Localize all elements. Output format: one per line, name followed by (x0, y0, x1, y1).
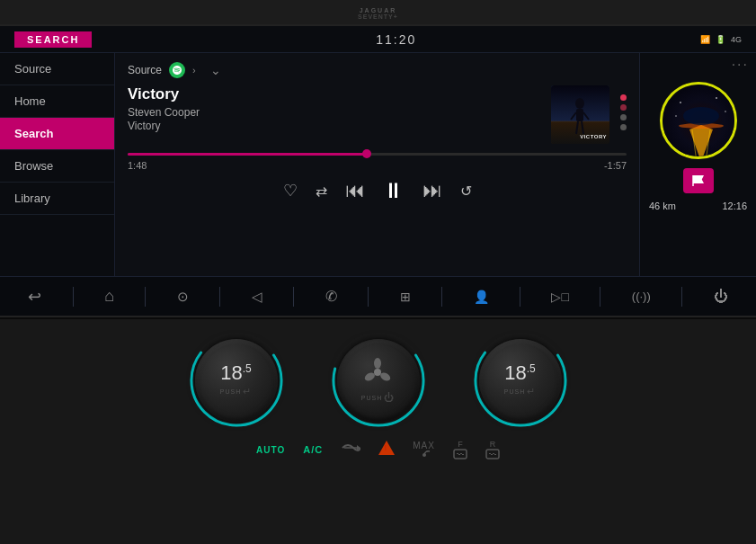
brand-sub: JAGUAR (0, 7, 756, 13)
progress-thumb (362, 149, 371, 158)
signal-dots (620, 94, 627, 130)
right-dial-inner: 18.5 PUSH ↵ (479, 339, 562, 422)
connect-button[interactable]: ⊙ (170, 285, 196, 308)
power-button[interactable]: ⏻ (707, 285, 735, 308)
next-button[interactable]: ⏭ (422, 179, 442, 202)
nav-divider-4 (293, 287, 294, 307)
svg-point-29 (422, 453, 426, 457)
nav-divider-6 (441, 287, 442, 307)
progress-times: 1:48 -1:57 (128, 160, 627, 171)
svg-point-21 (374, 369, 381, 376)
shuffle-button[interactable]: ⇄ (316, 183, 327, 200)
navigation-button[interactable]: ◁ (245, 285, 270, 308)
track-row: Victory Steven Cooper Victory (128, 85, 627, 144)
source-chevron: › (192, 65, 196, 76)
center-fan-dial: PUSH ⏻ (330, 332, 427, 429)
playback-controls: ♡ ⇄ ⏮ ⏸ ⏭ ↺ (128, 178, 627, 203)
sidebar-item-home[interactable]: Home (0, 85, 114, 118)
front-heat-icon (453, 449, 467, 459)
nav-info-row: 46 km 12:16 (640, 197, 756, 215)
sidebar-item-library[interactable]: Library (0, 183, 114, 215)
home-button[interactable]: ⌂ (97, 283, 121, 309)
track-artist: Steven Cooper (128, 106, 540, 119)
airflow-icon (341, 441, 360, 455)
phone-button[interactable]: ✆ (318, 284, 344, 308)
map-svg (663, 85, 737, 159)
right-dial-content: 18.5 PUSH ↵ (504, 363, 536, 397)
right-temp-display: 18.5 (504, 363, 536, 383)
svg-point-12 (680, 102, 681, 103)
auto-button[interactable]: AUTO (256, 445, 285, 455)
fan-symbol-svg (363, 358, 392, 387)
video-button[interactable]: ▷□ (544, 286, 575, 308)
source-row: Source › ⌄ (128, 62, 627, 78)
time-remaining: -1:57 (604, 160, 627, 171)
signal-button[interactable]: ((·)) (625, 286, 658, 307)
svg-point-13 (716, 97, 717, 99)
progress-fill (128, 153, 367, 156)
battery-icon: 🔋 (716, 35, 725, 44)
max-button[interactable]: MAX (413, 441, 435, 459)
dropdown-arrow[interactable]: ⌄ (210, 63, 221, 77)
play-pause-button[interactable]: ⏸ (383, 178, 405, 203)
auto-label: AUTO (256, 445, 285, 455)
player-area: Source › ⌄ Victory Steven Cooper Victory (115, 53, 639, 276)
left-dial-container[interactable]: 18.5 PUSH ↵ (188, 332, 285, 429)
model-sub: SEVENTY+ (0, 13, 756, 20)
nav-divider-7 (520, 287, 520, 307)
spotify-icon (169, 62, 185, 78)
heart-button[interactable]: ♡ (283, 181, 298, 201)
nav-flag-icon (683, 168, 714, 193)
source-text: Source (128, 64, 162, 76)
center-dial-container[interactable]: PUSH ⏻ (330, 332, 427, 429)
repeat-button[interactable]: ↺ (460, 183, 472, 200)
track-details: Victory Steven Cooper Victory (128, 85, 540, 132)
front-heat-button[interactable]: F (453, 440, 467, 459)
right-dial-container[interactable]: 18.5 PUSH ↵ (472, 332, 569, 429)
more-options[interactable]: ··· (640, 53, 756, 76)
ac-button[interactable]: A/C (303, 444, 323, 455)
nav-eta: 12:16 (722, 201, 747, 211)
sidebar-item-search[interactable]: Search (0, 118, 114, 150)
main-area: Source Home Search Browse Library Source… (0, 53, 756, 276)
prev-button[interactable]: ⏮ (345, 179, 365, 202)
network-label: 4G (731, 35, 742, 44)
sidebar: Source Home Search Browse Library (0, 53, 115, 276)
right-push-label: PUSH ↵ (504, 386, 536, 397)
search-label: SEARCH (14, 31, 92, 48)
svg-rect-1 (551, 121, 609, 144)
progress-bar[interactable] (128, 153, 627, 156)
svg-point-14 (725, 111, 726, 112)
status-bar: SEARCH 11:20 📶 🔋 4G (0, 26, 756, 53)
nav-distance: 46 km (649, 201, 676, 211)
sidebar-item-browse[interactable]: Browse (0, 150, 114, 183)
center-push-label: PUSH ⏻ (361, 392, 395, 403)
time-elapsed: 1:48 (128, 160, 147, 171)
center-dial-content: PUSH ⏻ (361, 358, 395, 403)
flag-svg (690, 173, 707, 189)
airflow-button[interactable] (341, 441, 360, 459)
status-icons: 📶 🔋 4G (700, 35, 742, 44)
nav-divider-9 (681, 287, 682, 307)
progress-section: 1:48 -1:57 (128, 153, 627, 171)
back-button[interactable]: ↩ (21, 283, 49, 310)
infotainment-screen: SEARCH 11:20 📶 🔋 4G Source Home Search B… (0, 24, 756, 317)
sidebar-item-source[interactable]: Source (0, 53, 114, 85)
svg-rect-4 (576, 109, 583, 121)
nav-panel: ··· (639, 53, 756, 276)
rear-heat-button[interactable]: R (485, 440, 500, 459)
left-dial-inner: 18.5 PUSH ↵ (195, 339, 278, 422)
driver-button[interactable]: 👤 (467, 286, 496, 308)
map-preview[interactable] (660, 82, 737, 159)
svg-point-3 (575, 98, 584, 109)
album-art: VICTORY (551, 85, 609, 144)
right-temp-dial: 18.5 PUSH ↵ (472, 332, 569, 429)
jaguar-branding: JAGUAR SEVENTY+ (0, 0, 756, 24)
max-label: MAX (413, 441, 435, 450)
rear-heat-icon (485, 449, 500, 459)
warning-button[interactable]: ! (378, 441, 395, 459)
front-heat-label: F (458, 440, 463, 449)
apps-button[interactable]: ⊞ (393, 286, 418, 308)
left-temp-dial: 18.5 PUSH ↵ (188, 332, 285, 429)
left-temp-display: 18.5 (220, 363, 252, 383)
